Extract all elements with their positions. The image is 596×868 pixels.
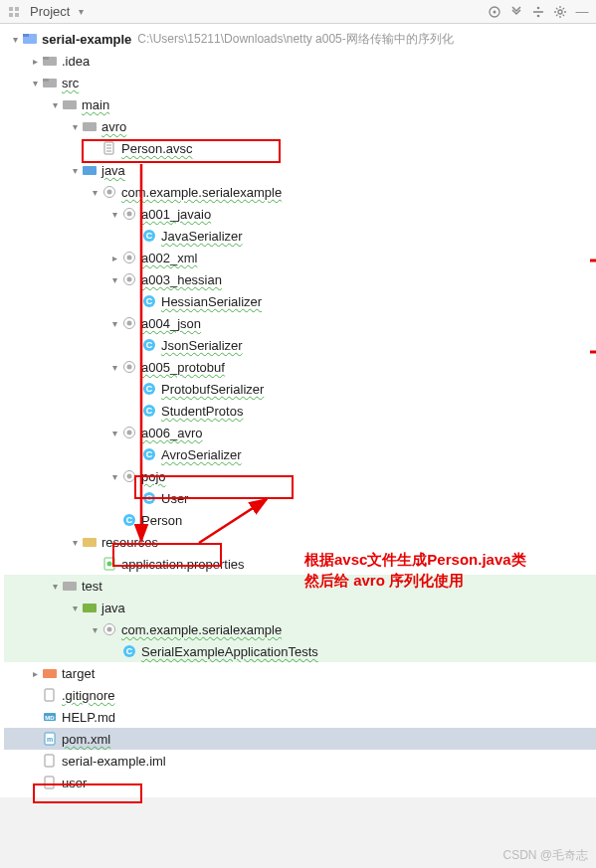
file-icon: [101, 140, 117, 156]
class-serialexampletests[interactable]: C SerialExampleApplicationTests: [4, 640, 596, 662]
svg-rect-6: [533, 11, 543, 13]
expand-icon[interactable]: [508, 4, 524, 20]
chevron-down-icon[interactable]: ▾: [107, 207, 121, 221]
svg-text:C: C: [146, 406, 153, 416]
helpmd-file[interactable]: MD HELP.md: [4, 706, 596, 728]
item-label: HessianSerializer: [161, 294, 262, 309]
class-avroserializer[interactable]: C AvroSerializer: [4, 443, 596, 465]
package-icon: [121, 315, 137, 331]
gear-icon[interactable]: [552, 4, 568, 20]
pkg-a003[interactable]: ▾ a003_hessian: [4, 268, 596, 290]
person-avsc-file[interactable]: Person.avsc: [4, 137, 596, 159]
chevron-down-icon[interactable]: ▾: [107, 272, 121, 286]
chevron-down-icon[interactable]: ▾: [107, 426, 121, 439]
java-src-folder[interactable]: ▾ java: [4, 159, 596, 181]
package-icon: [121, 468, 137, 484]
pkg-pojo[interactable]: ▾ pojo: [4, 465, 596, 487]
chevron-right-icon[interactable]: ▸: [28, 54, 42, 68]
class-jsonserializer[interactable]: C JsonSerializer: [4, 334, 596, 356]
pkg-a002[interactable]: ▸ a002_xml: [4, 247, 596, 268]
svg-rect-78: [45, 755, 54, 767]
pkg-a005[interactable]: ▾ a005_protobuf: [4, 356, 596, 378]
user-file[interactable]: user: [4, 772, 596, 793]
item-label: java: [101, 163, 125, 178]
class-person[interactable]: C Person: [4, 509, 596, 531]
chevron-down-icon[interactable]: ▾: [107, 316, 121, 330]
svg-point-34: [127, 212, 132, 217]
svg-point-54: [127, 431, 132, 435]
svg-rect-21: [43, 57, 49, 60]
chevron-down-icon[interactable]: ▾: [68, 535, 82, 549]
class-user[interactable]: C User: [4, 487, 596, 509]
svg-point-48: [127, 365, 132, 370]
idea-folder[interactable]: ▸ .idea: [4, 50, 596, 72]
src-folder[interactable]: ▾ src: [4, 72, 596, 93]
class-protobufserializer[interactable]: C ProtobufSerializer: [4, 378, 596, 400]
item-label: main: [82, 97, 109, 112]
item-label: a006_avro: [141, 426, 202, 440]
pkg-a004[interactable]: ▾ a004_json: [4, 312, 596, 334]
iml-file[interactable]: serial-example.iml: [4, 750, 596, 772]
chevron-down-icon[interactable]: ▾: [68, 163, 82, 177]
svg-rect-1: [15, 7, 19, 11]
pkg-a001[interactable]: ▾ a001_javaio: [4, 203, 596, 225]
svg-point-44: [127, 321, 132, 326]
project-title: Project ▾: [6, 4, 88, 20]
item-label: src: [62, 76, 79, 90]
chevron-down-icon[interactable]: ▾: [107, 360, 121, 374]
item-label: a004_json: [141, 316, 201, 331]
gitignore-file[interactable]: .gitignore: [4, 684, 596, 706]
root-path: C:\Users\15211\Downloads\netty a005-网络传输…: [137, 31, 453, 48]
main-folder[interactable]: ▾ main: [4, 93, 596, 115]
chevron-down-icon[interactable]: ▾: [68, 601, 82, 614]
svg-point-8: [537, 14, 540, 17]
item-label: ProtobufSerializer: [161, 382, 264, 397]
package-icon: [121, 425, 137, 440]
pkg-a006[interactable]: ▾ a006_avro: [4, 422, 596, 443]
svg-line-15: [563, 14, 564, 15]
target-folder[interactable]: ▸ target: [4, 662, 596, 684]
package-icon: [121, 271, 137, 287]
svg-text:C: C: [146, 449, 153, 459]
item-label: com.example.serialexample: [121, 622, 282, 637]
item-label: .gitignore: [62, 688, 114, 703]
chevron-down-icon[interactable]: ▾: [8, 32, 22, 46]
props-file-icon: [101, 556, 117, 572]
avro-folder[interactable]: ▾ avro: [4, 115, 596, 137]
chevron-down-icon[interactable]: ▾: [28, 76, 42, 89]
item-label: pom.xml: [62, 732, 110, 747]
folder-icon: [62, 578, 78, 594]
item-label: java: [101, 601, 125, 615]
resources-folder-icon: [82, 534, 98, 550]
svg-rect-30: [83, 166, 97, 175]
chevron-right-icon[interactable]: ▸: [107, 251, 121, 264]
class-icon: C: [121, 643, 137, 659]
chevron-right-icon[interactable]: ▸: [28, 666, 42, 680]
package-icon: [121, 359, 137, 375]
target-icon[interactable]: [487, 4, 502, 20]
pomxml-file[interactable]: m pom.xml: [4, 728, 596, 750]
test-package[interactable]: ▾ com.example.serialexample: [4, 618, 596, 640]
class-javaserializer[interactable]: C JavaSerializer: [4, 225, 596, 247]
minimize-icon[interactable]: —: [574, 4, 590, 20]
annotation-text: 根据avsc文件生成Person.java类 然后给 avro 序列化使用: [304, 549, 526, 591]
item-label: JavaSerializer: [161, 229, 243, 244]
item-label: pojo: [141, 469, 166, 484]
package-root[interactable]: ▾ com.example.serialexample: [4, 181, 596, 203]
test-java-folder[interactable]: ▾ java: [4, 597, 596, 618]
svg-line-14: [556, 8, 557, 9]
chevron-down-icon[interactable]: ▾: [68, 119, 82, 133]
item-label: com.example.serialexample: [121, 185, 282, 200]
folder-icon: [42, 75, 58, 90]
chevron-down-icon[interactable]: ▾: [74, 5, 88, 19]
root-node[interactable]: ▾ serial-example C:\Users\15211\Download…: [4, 28, 596, 50]
chevron-down-icon[interactable]: ▾: [48, 97, 62, 111]
chevron-down-icon[interactable]: ▾: [107, 469, 121, 483]
chevron-down-icon[interactable]: ▾: [88, 622, 101, 636]
divide-icon[interactable]: [530, 4, 546, 20]
chevron-down-icon[interactable]: ▾: [48, 579, 62, 593]
class-studentprotos[interactable]: C StudentProtos: [4, 400, 596, 422]
chevron-down-icon[interactable]: ▾: [88, 185, 101, 199]
class-hessianserializer[interactable]: C HessianSerializer: [4, 290, 596, 312]
file-icon: [42, 687, 58, 703]
